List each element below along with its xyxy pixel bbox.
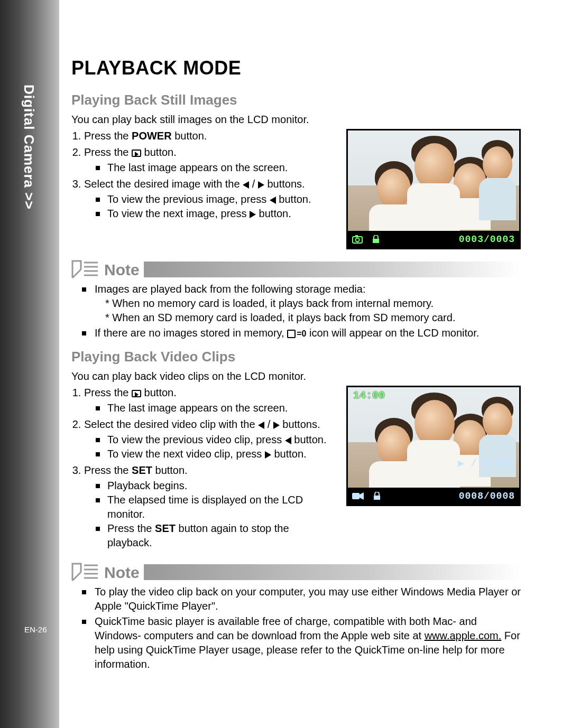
video-lead: You can play back video clips on the LCD… [71, 370, 521, 382]
svg-rect-3 [373, 239, 379, 243]
camera-icon [352, 234, 363, 245]
note-1-item-1: Images are played back from the followin… [82, 282, 521, 325]
note-2-item-1: To play the video clip back on your comp… [82, 585, 521, 613]
main-content: PLAYBACK MODE Playing Back Still Images … [71, 57, 521, 673]
no-image-icon [287, 330, 296, 338]
note-2-list: To play the video clip back on your comp… [71, 585, 521, 671]
playback-icon [132, 390, 141, 397]
svg-marker-9 [360, 492, 364, 500]
apple-link[interactable]: www.apple.com. [425, 630, 502, 641]
left-arrow-icon [243, 181, 249, 189]
still-step-3: Select the desired image with the / butt… [84, 177, 336, 221]
still-lead: You can play back still images on the LC… [71, 114, 521, 126]
lcd-video: 14:00 ▶ / ■ SET 0008/0008 [346, 386, 521, 506]
still-step-1: Press the POWER button. [84, 129, 336, 143]
right-arrow-icon [258, 181, 264, 189]
lcd-photo: 14:00 ▶ / ■ SET [348, 387, 519, 488]
lcd-time: 14:00 [353, 389, 385, 402]
lcd-still: 0003 / 0003 [346, 129, 521, 249]
sidebar: Digital Camera >> EN-26 [0, 0, 59, 728]
svg-point-1 [356, 238, 360, 242]
video-icon [352, 491, 364, 501]
still-step-3a: To view the previous image, press button… [96, 192, 336, 207]
heading-still: Playing Back Still Images [71, 92, 521, 108]
lcd-counter-r: 0003 [490, 234, 515, 245]
lock-icon [372, 234, 380, 245]
left-arrow-icon [285, 437, 291, 444]
still-step-3b: To view the next image, press button. [96, 207, 336, 221]
svg-rect-2 [355, 235, 358, 237]
note-label: Note [104, 564, 140, 582]
left-arrow-icon [270, 197, 276, 204]
video-step-3: Press the SET button. Playback begins. T… [84, 463, 336, 550]
lcd-counter-l: 0008 [459, 491, 484, 501]
lcd-set-label: ▶ / ■ SET [458, 456, 515, 470]
lcd-counter-r: 0008 [490, 491, 515, 501]
svg-rect-8 [352, 493, 360, 499]
note-2-item-2: QuickTime basic player is available free… [82, 614, 521, 671]
page-number: EN-26 [24, 625, 47, 634]
video-step-2: Select the desired video clip with the /… [84, 417, 336, 461]
video-step-1: Press the button. The last image appears… [84, 386, 336, 415]
note-1-item-2: If there are no images stored in memory,… [82, 326, 521, 340]
note-1-list: Images are played back from the followin… [71, 282, 521, 340]
right-arrow-icon [250, 211, 256, 218]
page-title: PLAYBACK MODE [71, 57, 521, 79]
note-rule [144, 262, 521, 277]
lock-icon [373, 491, 381, 501]
still-step-2: Press the button. The last image appears… [84, 145, 336, 175]
svg-rect-10 [374, 496, 380, 500]
note-header-2: Note [71, 561, 521, 582]
right-arrow-icon [265, 451, 271, 459]
lcd-counter-l: 0003 [459, 234, 484, 245]
still-steps: Press the POWER button. Press the button… [71, 129, 336, 221]
still-step-2a: The last image appears on the screen. [96, 161, 336, 175]
lcd-status-bar: 0003 / 0003 [348, 231, 519, 248]
lcd-photo [348, 130, 519, 231]
note-header-1: Note [71, 258, 521, 279]
lcd-status-bar: 0008/0008 [348, 488, 519, 505]
video-steps: Press the button. The last image appears… [71, 386, 336, 550]
sidebar-label: Digital Camera >> [21, 85, 37, 210]
note-icon [71, 561, 101, 582]
heading-video: Playing Back Video Clips [71, 349, 521, 365]
playback-icon [132, 150, 141, 157]
left-arrow-icon [258, 422, 264, 429]
note-label: Note [104, 261, 140, 279]
right-arrow-icon [273, 422, 280, 429]
note-rule [144, 564, 521, 580]
note-icon [71, 258, 101, 279]
